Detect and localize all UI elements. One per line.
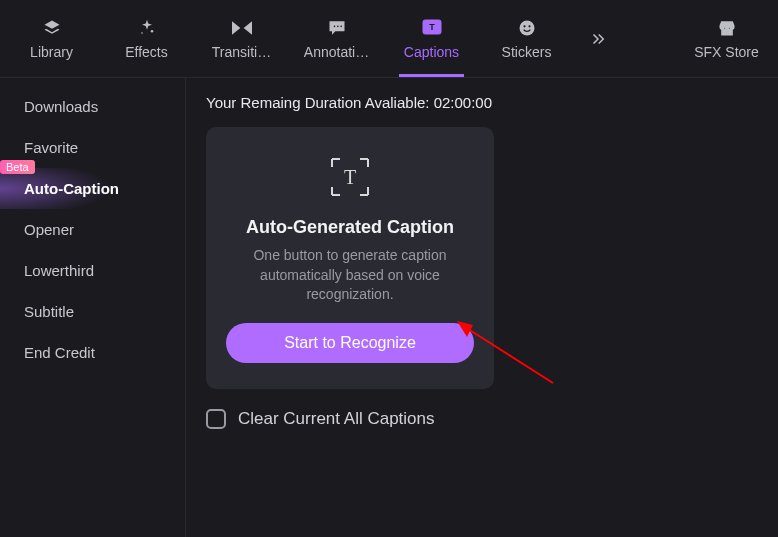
tab-effects[interactable]: Effects (99, 0, 194, 77)
sidebar-item-label: Auto-Caption (24, 180, 119, 197)
sidebar-item-opener[interactable]: Opener (0, 209, 185, 250)
sidebar-item-end-credit[interactable]: End Credit (0, 332, 185, 373)
svg-marker-4 (232, 21, 240, 34)
top-tabs: Library Effects Transiti… Annotati… T Ca… (0, 0, 778, 78)
transition-icon (232, 18, 252, 38)
tab-label: Library (30, 44, 73, 60)
sidebar-item-label: Opener (24, 221, 74, 238)
sidebar-item-label: Lowerthird (24, 262, 94, 279)
tab-stickers[interactable]: Stickers (479, 0, 574, 77)
main-panel: Your Remaing Duration Avaliable: 02:00:0… (186, 78, 778, 537)
svg-point-13 (528, 25, 530, 27)
auto-caption-card: T Auto-Generated Caption One button to g… (206, 127, 494, 389)
beta-badge: Beta (0, 160, 35, 174)
svg-text:T: T (429, 22, 435, 32)
svg-marker-1 (44, 28, 59, 33)
sidebar-item-auto-caption[interactable]: Beta Auto-Caption (0, 168, 185, 209)
tab-annotations[interactable]: Annotati… (289, 0, 384, 77)
sparkle-icon (137, 18, 157, 38)
svg-point-6 (333, 25, 335, 27)
layers-icon (42, 18, 62, 38)
clear-captions-row: Clear Current All Captions (206, 409, 758, 429)
svg-point-11 (519, 20, 534, 35)
captions-icon: T (422, 18, 442, 38)
tab-library[interactable]: Library (4, 0, 99, 77)
sidebar-item-downloads[interactable]: Downloads (0, 86, 185, 127)
start-recognize-button[interactable]: Start to Recognize (226, 323, 474, 363)
sidebar-item-subtitle[interactable]: Subtitle (0, 291, 185, 332)
svg-marker-5 (243, 21, 251, 34)
store-icon (717, 18, 737, 38)
tab-more[interactable] (574, 0, 622, 77)
tab-sfx-store[interactable]: SFX Store (679, 0, 774, 77)
svg-point-3 (141, 32, 143, 34)
tab-label: Captions (404, 44, 459, 60)
tab-captions[interactable]: T Captions (384, 0, 479, 77)
svg-point-8 (340, 25, 342, 27)
duration-prefix: Your Remaing Duration Avaliable: (206, 94, 434, 111)
text-frame-icon: T (328, 155, 372, 199)
svg-marker-0 (44, 20, 59, 28)
tab-label: Annotati… (304, 44, 369, 60)
tab-label: Transiti… (212, 44, 271, 60)
tab-transitions[interactable]: Transiti… (194, 0, 289, 77)
svg-point-7 (337, 25, 339, 27)
tab-label: Stickers (502, 44, 552, 60)
chevron-double-right-icon (588, 29, 608, 49)
remaining-duration: Your Remaing Duration Avaliable: 02:00:0… (206, 94, 758, 111)
svg-point-12 (523, 25, 525, 27)
sidebar-item-label: Favorite (24, 139, 78, 156)
duration-value: 02:00:00 (434, 94, 492, 111)
sidebar: Downloads Favorite Beta Auto-Caption Ope… (0, 78, 186, 537)
sidebar-item-label: End Credit (24, 344, 95, 361)
svg-rect-14 (721, 28, 733, 35)
smile-icon (517, 18, 537, 38)
clear-captions-checkbox[interactable] (206, 409, 226, 429)
svg-text:T: T (344, 166, 356, 188)
sidebar-item-lowerthird[interactable]: Lowerthird (0, 250, 185, 291)
svg-point-2 (150, 30, 153, 33)
sidebar-item-label: Downloads (24, 98, 98, 115)
clear-captions-label: Clear Current All Captions (238, 409, 435, 429)
card-description: One button to generate caption automatic… (226, 246, 474, 305)
tab-label: Effects (125, 44, 168, 60)
card-title: Auto-Generated Caption (246, 217, 454, 238)
sidebar-item-label: Subtitle (24, 303, 74, 320)
speech-bubble-icon (327, 18, 347, 38)
tab-label: SFX Store (694, 44, 759, 60)
